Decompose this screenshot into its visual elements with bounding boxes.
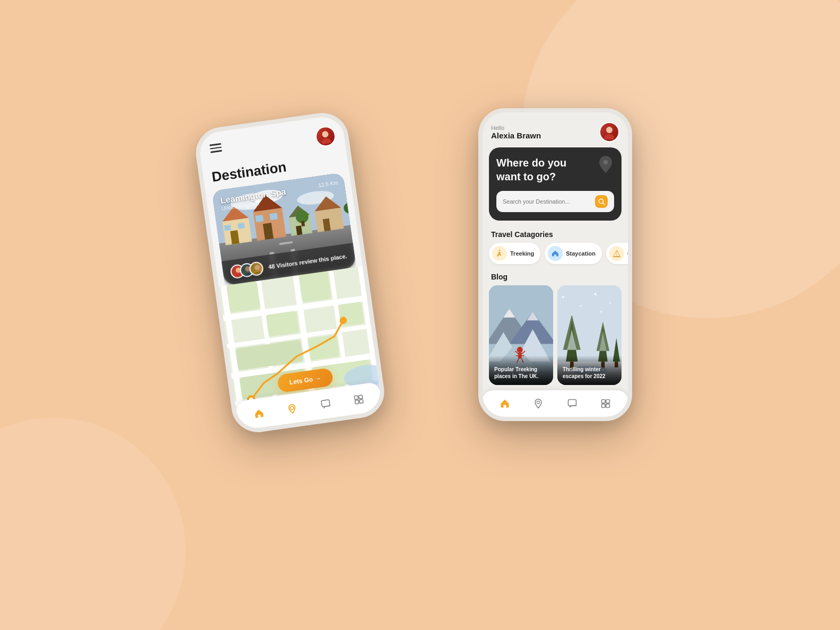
- svg-rect-114: [602, 400, 606, 404]
- svg-point-68: [603, 160, 608, 164]
- svg-point-67: [605, 134, 614, 139]
- blog-card-2[interactable]: Thrilling winter escapes for 2022: [557, 285, 622, 385]
- svg-rect-47: [266, 311, 299, 337]
- right-nav-grid[interactable]: [597, 395, 614, 412]
- location-pin-icon: [597, 155, 614, 178]
- blog-title-1: Popular Treeking places in The UK.: [494, 366, 548, 380]
- avatar[interactable]: [314, 125, 337, 148]
- category-trekking[interactable]: Treeking: [489, 243, 540, 264]
- category-staycation[interactable]: Staycation: [545, 243, 602, 264]
- svg-rect-12: [224, 225, 231, 231]
- categories-row: Treeking Staycation: [483, 243, 628, 269]
- nav-location[interactable]: [283, 399, 302, 418]
- destination-card[interactable]: Leamington Spa United Kingdom 12.5 Km: [212, 172, 356, 285]
- svg-rect-48: [299, 271, 331, 302]
- blog-card-1[interactable]: Popular Treeking places in The UK.: [489, 285, 553, 385]
- right-nav-location[interactable]: [530, 395, 547, 412]
- svg-point-105: [562, 296, 564, 298]
- visitors-text: 48 Visitors review this place.: [268, 253, 347, 270]
- camping-icon-wrap: [609, 246, 624, 261]
- nav-home[interactable]: [249, 404, 268, 423]
- svg-rect-51: [308, 335, 339, 361]
- svg-point-112: [537, 401, 540, 404]
- svg-point-60: [290, 406, 294, 410]
- phone-left-content: Destination: [197, 115, 383, 431]
- nav-chat[interactable]: [316, 395, 335, 414]
- svg-rect-63: [359, 395, 363, 399]
- staycation-icon-wrap: [548, 246, 563, 261]
- svg-rect-17: [255, 215, 264, 222]
- svg-point-108: [609, 302, 611, 304]
- search-question: Where do you want to go?: [496, 156, 614, 183]
- map-area[interactable]: Lets Go →: [218, 266, 383, 431]
- svg-rect-113: [568, 400, 576, 406]
- hamburger-menu[interactable]: [207, 141, 224, 155]
- blog-row: Popular Treeking places in The UK.: [483, 285, 628, 385]
- search-input[interactable]: [503, 198, 591, 205]
- svg-line-70: [603, 203, 605, 205]
- svg-rect-115: [606, 400, 610, 404]
- phone-right: Hello Alexia Brawn Where do you want to …: [478, 108, 632, 421]
- staycation-label: Staycation: [566, 250, 596, 257]
- blog-label: Blog: [483, 269, 628, 285]
- bg-decoration-left: [0, 418, 186, 630]
- svg-point-109: [571, 314, 572, 315]
- user-avatar[interactable]: [599, 122, 619, 142]
- search-card: Where do you want to go?: [489, 147, 622, 221]
- svg-rect-116: [602, 404, 606, 408]
- svg-rect-18: [269, 213, 278, 220]
- svg-rect-65: [360, 399, 364, 404]
- category-camping[interactable]: Camping: [606, 243, 628, 264]
- svg-point-1: [321, 138, 331, 145]
- svg-point-75: [613, 256, 620, 258]
- svg-point-35: [253, 271, 262, 276]
- search-button[interactable]: [595, 195, 608, 208]
- trekking-label: Treeking: [510, 250, 534, 257]
- phone-left: Destination: [192, 110, 388, 436]
- greeting-block: Hello Alexia Brawn: [491, 125, 541, 140]
- svg-rect-13: [238, 223, 244, 229]
- categories-label: Travel Catagories: [483, 227, 628, 243]
- phones-container: Destination: [181, 76, 659, 554]
- nav-grid[interactable]: [349, 390, 369, 409]
- svg-point-84: [517, 347, 523, 353]
- trekking-icon-wrap: [492, 246, 507, 261]
- svg-rect-62: [354, 395, 358, 399]
- svg-point-110: [600, 311, 602, 312]
- camping-label: Camping: [627, 250, 628, 257]
- svg-point-71: [499, 250, 501, 251]
- visitor-avatars: [230, 261, 264, 279]
- blog-card-2-overlay: Thrilling winter escapes for 2022: [557, 355, 622, 385]
- svg-rect-117: [606, 404, 610, 408]
- bottom-nav-right: [483, 390, 628, 417]
- phone-right-content: Hello Alexia Brawn Where do you want to …: [483, 112, 628, 417]
- blog-card-1-overlay: Popular Treeking places in The UK.: [489, 355, 553, 385]
- right-header: Hello Alexia Brawn: [483, 112, 628, 147]
- greeting-name: Alexia Brawn: [491, 131, 541, 140]
- search-input-wrap[interactable]: [496, 191, 614, 212]
- right-nav-home[interactable]: [496, 395, 513, 412]
- blog-title-2: Thrilling winter escapes for 2022: [563, 366, 616, 380]
- svg-point-107: [594, 293, 596, 295]
- svg-point-34: [254, 265, 260, 270]
- right-nav-chat[interactable]: [564, 395, 581, 412]
- greeting-hello: Hello: [491, 125, 541, 131]
- svg-point-0: [322, 130, 329, 138]
- svg-point-106: [580, 305, 581, 307]
- svg-rect-64: [355, 400, 359, 404]
- svg-point-66: [606, 127, 612, 133]
- svg-rect-46: [226, 281, 260, 313]
